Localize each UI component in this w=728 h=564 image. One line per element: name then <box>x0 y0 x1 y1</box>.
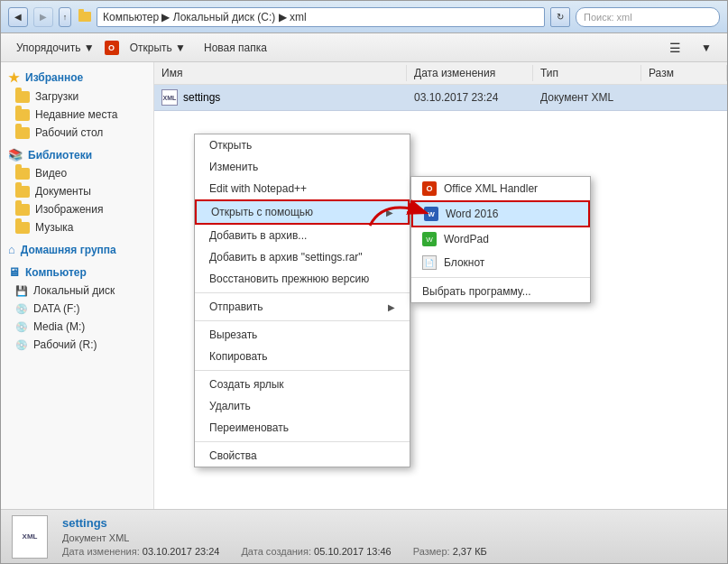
disk-icon: 💿 <box>15 321 28 333</box>
homegroup-header[interactable]: ⌂ Домашняя группа <box>1 240 153 259</box>
back-button[interactable]: ◀ <box>8 7 28 27</box>
toolbar-right: ☰ ▼ <box>661 37 720 59</box>
status-filename: settings <box>62 516 487 530</box>
xml-file-icon: XML <box>161 89 178 106</box>
forward-button[interactable]: ▶ <box>33 7 53 27</box>
ctx-shortcut[interactable]: Создать ярлык <box>195 374 410 395</box>
new-folder-button[interactable]: Новая папка <box>196 38 275 58</box>
notepad-icon: 📄 <box>422 255 437 270</box>
favorites-section: ★ Избранное Загрузки Недавние места Рабо… <box>1 68 153 142</box>
status-filetype: Документ XML <box>62 532 487 543</box>
annotation-arrow <box>365 194 438 230</box>
ctx-cut[interactable]: Вырезать <box>195 324 410 346</box>
submenu-word-2016-label: Word 2016 <box>446 208 498 220</box>
sidebar-item-documents[interactable]: Документы <box>1 182 153 200</box>
status-file-icon: XML <box>12 515 48 559</box>
ctx-open[interactable]: Открыть <box>195 134 410 156</box>
libraries-header[interactable]: 📚 Библиотеки <box>1 145 153 164</box>
homegroup-section: ⌂ Домашняя группа <box>1 240 153 259</box>
file-header: Имя Дата изменения Тип Разм <box>154 62 727 85</box>
star-icon: ★ <box>8 70 20 85</box>
file-row[interactable]: XML settings 03.10.2017 23:24 Документ X… <box>154 85 727 111</box>
ctx-copy[interactable]: Копировать <box>195 346 410 367</box>
ctx-separator-1 <box>195 292 410 293</box>
folder-icon <box>15 109 30 121</box>
computer-header[interactable]: 🖥 Компьютер <box>1 263 153 282</box>
submenu-notepad-label: Блокнот <box>444 256 484 269</box>
ctx-send[interactable]: Отправить ▶ <box>195 296 410 318</box>
favorites-label: Избранное <box>25 71 83 84</box>
sidebar: ★ Избранное Загрузки Недавние места Рабо… <box>1 62 154 509</box>
submenu-arrow-icon-2: ▶ <box>388 302 395 312</box>
ctx-restore[interactable]: Восстановить прежнюю версию <box>195 268 410 290</box>
refresh-button[interactable]: ↻ <box>550 7 570 27</box>
address-bar[interactable]: Компьютер ▶ Локальный диск (C:) ▶ xml <box>97 7 545 27</box>
context-menu: Открыть Изменить Edit with Notepad++ Отк… <box>194 134 410 467</box>
computer-icon: 🖥 <box>8 265 20 279</box>
statusbar: XML settings Документ XML Дата изменения… <box>1 509 727 563</box>
status-size: Размер: 2,37 КБ <box>413 546 487 557</box>
col-name: Имя <box>154 65 407 81</box>
up-button[interactable]: ↑ <box>59 7 71 27</box>
submenu-choose-program[interactable]: Выбрать программу... <box>411 281 590 302</box>
col-type: Тип <box>533 65 641 81</box>
folder-icon <box>15 168 30 180</box>
office-logo-icon: O <box>105 41 119 55</box>
submenu-separator <box>411 277 590 278</box>
organize-button[interactable]: Упорядочить ▼ <box>8 38 103 58</box>
address-bar-area: ◀ ▶ ↑ Компьютер ▶ Локальный диск (C:) ▶ … <box>1 1 727 33</box>
sidebar-item-recent[interactable]: Недавние места <box>1 106 153 124</box>
toolbar: Упорядочить ▼ O Открыть ▼ Новая папка ☰ … <box>1 33 727 62</box>
ctx-add-archive-rar[interactable]: Добавить в архив "settings.rar" <box>195 246 410 268</box>
sidebar-item-local-disk[interactable]: 💾 Локальный диск <box>1 282 153 300</box>
search-input[interactable]: Поиск: xml <box>576 7 720 27</box>
address-text: Компьютер ▶ Локальный диск (C:) ▶ xml <box>103 11 307 23</box>
wordpad-icon: W <box>422 232 437 246</box>
ctx-delete[interactable]: Удалить <box>195 395 410 417</box>
sidebar-item-data[interactable]: 💿 DATA (F:) <box>1 300 153 318</box>
file-size-cell <box>641 96 727 99</box>
ctx-separator-3 <box>195 370 410 371</box>
file-type-cell: Документ XML <box>533 89 641 106</box>
homegroup-icon: ⌂ <box>8 243 15 256</box>
file-name-cell: XML settings <box>154 88 407 107</box>
libraries-section: 📚 Библиотеки Видео Документы Изображения <box>1 145 153 236</box>
submenu-choose-label: Выбрать программу... <box>422 285 531 298</box>
view-options-button[interactable]: ☰ <box>661 37 689 59</box>
computer-section: 🖥 Компьютер 💾 Локальный диск 💿 DATA (F:)… <box>1 263 153 354</box>
submenu-office-xml-label: Office XML Handler <box>444 182 538 195</box>
status-modified: Дата изменения: 03.10.2017 23:24 <box>62 546 219 557</box>
col-size: Разм <box>641 65 727 81</box>
submenu-word-2016[interactable]: W Word 2016 <box>411 200 590 227</box>
submenu-office-xml[interactable]: O Office XML Handler <box>411 177 590 200</box>
ctx-properties[interactable]: Свойства <box>195 445 410 467</box>
sidebar-item-video[interactable]: Видео <box>1 164 153 182</box>
file-date-cell: 03.10.2017 23:24 <box>407 89 533 106</box>
submenu-wordpad[interactable]: W WordPad <box>411 227 590 251</box>
ctx-open-with-label: Открыть с помощью <box>211 206 313 218</box>
ctx-separator-2 <box>195 320 410 321</box>
folder-icon <box>15 91 30 103</box>
sidebar-item-work[interactable]: 💿 Рабочий (R:) <box>1 336 153 354</box>
ctx-edit[interactable]: Изменить <box>195 156 410 178</box>
status-xml-label: XML <box>23 532 38 541</box>
favorites-header[interactable]: ★ Избранное <box>1 68 153 88</box>
library-icon: 📚 <box>8 148 23 162</box>
search-placeholder: Поиск: xml <box>584 12 632 23</box>
disk-icon: 💿 <box>15 339 28 351</box>
submenu-wordpad-label: WordPad <box>444 233 489 245</box>
explorer-window: ◀ ▶ ↑ Компьютер ▶ Локальный диск (C:) ▶ … <box>0 0 728 564</box>
status-info: settings Документ XML Дата изменения: 03… <box>62 516 487 557</box>
col-date: Дата изменения <box>407 65 533 81</box>
disk-icon: 💾 <box>15 285 28 297</box>
ctx-rename[interactable]: Переименовать <box>195 417 410 439</box>
sidebar-item-media[interactable]: 💿 Media (M:) <box>1 318 153 336</box>
view-toggle-button[interactable]: ▼ <box>693 38 720 58</box>
sidebar-item-desktop[interactable]: Рабочий стол <box>1 124 153 142</box>
sidebar-item-downloads[interactable]: Загрузки <box>1 88 153 106</box>
submenu-notepad[interactable]: 📄 Блокнот <box>411 251 590 274</box>
sidebar-item-images[interactable]: Изображения <box>1 200 153 218</box>
sidebar-item-music[interactable]: Музыка <box>1 218 153 236</box>
status-details: Дата изменения: 03.10.2017 23:24 Дата со… <box>62 546 487 557</box>
open-button[interactable]: Открыть ▼ <box>122 38 194 58</box>
